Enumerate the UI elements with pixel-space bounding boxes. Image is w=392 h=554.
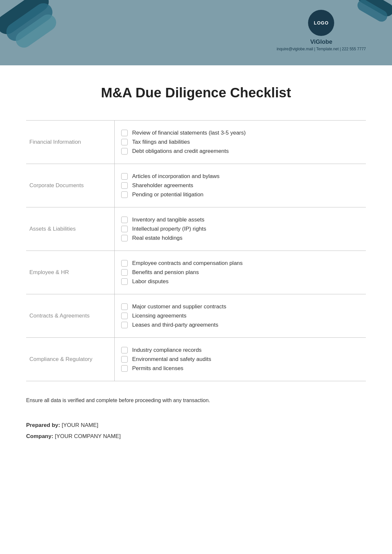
category-cell: Corporate Documents — [26, 164, 114, 207]
checklist-item: Industry compliance records — [121, 347, 363, 353]
checklist-item: Leases and third-party agreements — [121, 322, 363, 328]
checklist-item-label: Environmental and safety audits — [132, 356, 211, 363]
prepared-by-value: [YOUR NAME] — [62, 422, 98, 428]
checklist-item-label: Inventory and tangible assets — [132, 217, 204, 223]
main-content: M&A Due Diligence Checklist Financial In… — [0, 65, 392, 468]
checklist-item-label: Tax filings and liabilities — [132, 139, 190, 145]
checklist-item: Employee contracts and compensation plan… — [121, 260, 363, 267]
checkbox[interactable] — [121, 182, 128, 189]
checklist-item-label: Intellectual property (IP) rights — [132, 226, 206, 232]
footer-note: Ensure all data is verified and complete… — [26, 398, 366, 403]
items-cell: Articles of incorporation and bylawsShar… — [114, 164, 366, 207]
items-cell: Industry compliance recordsEnvironmental… — [114, 338, 366, 381]
checkbox[interactable] — [121, 365, 128, 372]
checklist-item: Environmental and safety audits — [121, 356, 363, 363]
checklist-item: Licensing agreements — [121, 313, 363, 319]
decorative-shapes-left — [0, 0, 95, 65]
checkbox[interactable] — [121, 313, 128, 319]
checklist-item: Inventory and tangible assets — [121, 217, 363, 223]
category-cell: Assets & Liabilities — [26, 207, 114, 251]
checklist-row: Corporate DocumentsArticles of incorpora… — [26, 164, 366, 207]
checklist-item-label: Shareholder agreements — [132, 182, 193, 189]
checklist-row: Employee & HREmployee contracts and comp… — [26, 251, 366, 294]
checklist-item: Labor disputes — [121, 278, 363, 285]
category-cell: Financial Information — [26, 121, 114, 164]
checklist-row: Compliance & RegulatoryIndustry complian… — [26, 338, 366, 381]
checkbox[interactable] — [121, 173, 128, 180]
checklist-item: Benefits and pension plans — [121, 269, 363, 276]
checklist-item-label: Labor disputes — [132, 278, 169, 285]
checklist-item-label: Review of financial statements (last 3-5… — [132, 130, 246, 136]
prepared-by-label: Prepared by: — [26, 422, 62, 428]
company-label: Company: — [26, 433, 55, 439]
checkbox[interactable] — [121, 130, 128, 136]
logo-text: LOGO — [314, 20, 329, 25]
checklist-item-label: Employee contracts and compensation plan… — [132, 260, 243, 267]
items-cell: Employee contracts and compensation plan… — [114, 251, 366, 294]
company-name: ViGlobe — [310, 39, 333, 45]
checklist-row: Financial InformationReview of financial… — [26, 121, 366, 164]
checkbox[interactable] — [121, 260, 128, 267]
checkbox[interactable] — [121, 278, 128, 285]
items-cell: Review of financial statements (last 3-5… — [114, 121, 366, 164]
checklist-item: Shareholder agreements — [121, 182, 363, 189]
checkbox[interactable] — [121, 148, 128, 155]
checklist-item-label: Licensing agreements — [132, 313, 187, 319]
checklist-item-label: Leases and third-party agreements — [132, 322, 219, 328]
checkbox[interactable] — [121, 347, 128, 353]
checklist-row: Contracts & AgreementsMajor customer and… — [26, 294, 366, 338]
checklist-item: Debt obligations and credit agreements — [121, 148, 363, 155]
checklist-item: Intellectual property (IP) rights — [121, 226, 363, 232]
checklist-item-label: Industry compliance records — [132, 347, 202, 353]
checklist-table: Financial InformationReview of financial… — [26, 120, 366, 381]
category-cell: Employee & HR — [26, 251, 114, 294]
checkbox[interactable] — [121, 139, 128, 145]
checklist-item: Review of financial statements (last 3-5… — [121, 130, 363, 136]
footer-prepared: Prepared by: [YOUR NAME] Company: [YOUR … — [26, 420, 366, 442]
checklist-item-label: Pending or potential litigation — [132, 191, 204, 198]
items-cell: Inventory and tangible assetsIntellectua… — [114, 207, 366, 251]
checklist-item: Pending or potential litigation — [121, 191, 363, 198]
checkbox[interactable] — [121, 322, 128, 328]
logo-area: LOGO ViGlobe inquire@viglobe.mail | Temp… — [277, 10, 366, 51]
checklist-item-label: Permits and licenses — [132, 365, 184, 372]
checklist-item: Permits and licenses — [121, 365, 363, 372]
checkbox[interactable] — [121, 191, 128, 198]
checklist-item: Real estate holdings — [121, 235, 363, 241]
checklist-item: Major customer and supplier contracts — [121, 303, 363, 310]
page-header: LOGO ViGlobe inquire@viglobe.mail | Temp… — [0, 0, 392, 65]
checkbox[interactable] — [121, 235, 128, 241]
checklist-item-label: Articles of incorporation and bylaws — [132, 173, 220, 180]
category-cell: Contracts & Agreements — [26, 294, 114, 338]
items-cell: Major customer and supplier contractsLic… — [114, 294, 366, 338]
checklist-item: Tax filings and liabilities — [121, 139, 363, 145]
checkbox[interactable] — [121, 303, 128, 310]
company-value: [YOUR COMPANY NAME] — [55, 433, 121, 439]
contact-info: inquire@viglobe.mail | Template.net | 22… — [277, 47, 366, 51]
checklist-item-label: Debt obligations and credit agreements — [132, 148, 229, 155]
checklist-item-label: Benefits and pension plans — [132, 269, 199, 276]
checklist-item-label: Real estate holdings — [132, 235, 183, 241]
checklist-row: Assets & LiabilitiesInventory and tangib… — [26, 207, 366, 251]
company-line: Company: [YOUR COMPANY NAME] — [26, 431, 366, 442]
prepared-by-line: Prepared by: [YOUR NAME] — [26, 420, 366, 431]
checkbox[interactable] — [121, 356, 128, 363]
checkbox[interactable] — [121, 217, 128, 223]
checkbox[interactable] — [121, 269, 128, 276]
checklist-item: Articles of incorporation and bylaws — [121, 173, 363, 180]
checkbox[interactable] — [121, 226, 128, 232]
logo-circle: LOGO — [308, 10, 334, 36]
checklist-item-label: Major customer and supplier contracts — [132, 303, 226, 310]
page-title: M&A Due Diligence Checklist — [26, 85, 366, 101]
category-cell: Compliance & Regulatory — [26, 338, 114, 381]
